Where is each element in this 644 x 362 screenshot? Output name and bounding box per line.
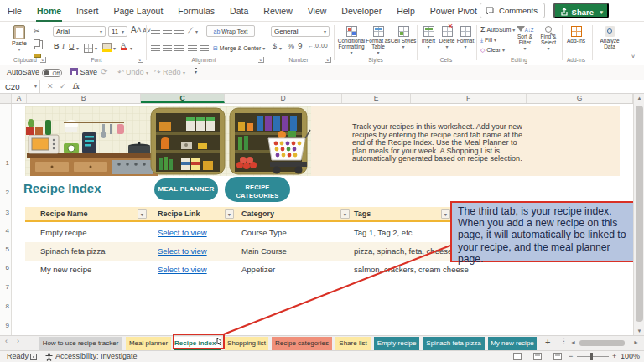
column-header-f[interactable]: F xyxy=(411,94,527,103)
sheet-tab-how-to-use[interactable]: How to use recipe tracker xyxy=(39,337,122,350)
macro-record-icon[interactable] xyxy=(30,354,37,360)
row-header-6[interactable]: 6 xyxy=(6,264,9,272)
prev-sheet-icon[interactable]: ‹ xyxy=(5,337,8,345)
enter-icon[interactable]: ✓ xyxy=(60,82,66,90)
analyze-data-button[interactable]: Analyze Data xyxy=(595,26,624,49)
ribbon-tab-insert[interactable]: Insert xyxy=(69,0,106,22)
redo-button[interactable]: ↷ Redo ▾ xyxy=(154,68,185,76)
name-box-caret[interactable]: ▾ xyxy=(34,80,37,93)
format-cells-button[interactable]: Format▾ xyxy=(456,26,475,50)
merge-center-button[interactable]: ⊟ Merge & Center ▾ xyxy=(213,43,265,54)
autosave-toggle[interactable]: Off xyxy=(42,69,62,77)
add-sheet-button[interactable]: + xyxy=(545,337,550,347)
scroll-up-icon[interactable]: ▲ xyxy=(634,96,644,101)
worksheet-canvas[interactable]: Track your recipes in this worksheet. Ad… xyxy=(12,104,633,335)
accessibility-status[interactable]: Accessibility: Investigate xyxy=(55,352,138,360)
add-ins-button[interactable]: Add-ins xyxy=(564,26,589,44)
filter-icon[interactable]: ▾ xyxy=(225,209,234,219)
meal-planner-button[interactable]: MEAL PLANNER xyxy=(154,178,218,200)
filter-icon[interactable]: ▾ xyxy=(441,209,450,219)
share-button[interactable]: Share▾ xyxy=(553,3,609,18)
ribbon-tab-developer[interactable]: Developer xyxy=(334,0,389,22)
zoom-out-icon[interactable]: − xyxy=(569,352,573,360)
formula-input[interactable] xyxy=(84,80,641,93)
collapse-ribbon-icon[interactable]: ˅ xyxy=(631,54,635,59)
align-bottom-icon[interactable] xyxy=(174,28,184,35)
borders-icon[interactable] xyxy=(84,44,93,53)
number-dialog-launcher[interactable]: ↘ xyxy=(325,57,331,63)
align-right-icon[interactable] xyxy=(174,45,184,53)
recipe-link[interactable]: Select to view xyxy=(158,228,207,237)
ribbon-tab-file[interactable]: File xyxy=(0,0,29,22)
insert-function-icon[interactable]: fx xyxy=(72,82,79,90)
delete-cells-button[interactable]: Delete▾ xyxy=(438,26,456,50)
recipe-categories-button[interactable]: RECIPE CATEGORIES xyxy=(225,177,290,202)
underline-caret[interactable]: ▾ xyxy=(76,45,79,51)
save-button[interactable]: Save xyxy=(70,68,97,76)
column-header-a[interactable]: A xyxy=(12,94,27,103)
column-header-c[interactable]: C xyxy=(141,94,225,103)
comments-button[interactable]: Comments xyxy=(480,3,545,18)
alignment-dialog-launcher[interactable]: ↘ xyxy=(258,57,264,63)
page-break-view-icon[interactable] xyxy=(553,353,562,360)
sheet-tab-share-list[interactable]: Share list xyxy=(335,337,371,350)
sheet-tab-empty-recipe[interactable]: Empty recipe xyxy=(374,337,419,350)
clipboard-dialog-launcher[interactable]: ↘ xyxy=(40,57,46,63)
name-box[interactable]: C20▾ xyxy=(0,80,40,93)
tab-bar-splitter[interactable]: ⋮ xyxy=(560,337,568,345)
row-header-5[interactable]: 5 xyxy=(6,246,9,253)
grow-font-icon[interactable]: A˄ xyxy=(131,25,142,34)
zoom-slider-track[interactable] xyxy=(577,356,609,357)
vertical-scroll-thumb[interactable] xyxy=(636,106,643,322)
insert-cells-button[interactable]: Insert▾ xyxy=(419,26,438,50)
cancel-icon[interactable]: ✕ xyxy=(47,82,54,90)
scroll-left-icon[interactable]: ◄ xyxy=(570,339,576,345)
comma-style-icon[interactable]: 𝟫 xyxy=(298,42,303,50)
copy-icon[interactable] xyxy=(34,39,40,47)
page-layout-view-icon[interactable] xyxy=(533,353,542,360)
borders-caret[interactable]: ▾ xyxy=(95,45,97,51)
sheet-tab-recipe-categories[interactable]: Recipe categories xyxy=(272,337,332,350)
column-header-b[interactable]: B xyxy=(27,94,141,103)
wrap-text-button[interactable]: ab Wrap Text xyxy=(206,25,255,37)
conditional-formatting-button[interactable]: Conditional Formatting▾ xyxy=(337,26,366,56)
find-select-button[interactable]: Find & Select▾ xyxy=(537,26,560,52)
bold-icon[interactable]: B xyxy=(54,42,60,50)
next-sheet-icon[interactable]: › xyxy=(17,337,19,345)
normal-view-icon[interactable] xyxy=(513,353,522,360)
sheet-tab-spinach-feta-pizza[interactable]: Spinach feta pizza xyxy=(423,337,485,350)
sheet-tab-shopping-list[interactable]: Shopping list xyxy=(225,337,268,350)
column-header-d[interactable]: D xyxy=(225,94,342,103)
accessibility-icon[interactable] xyxy=(45,353,53,361)
align-center-icon[interactable] xyxy=(163,45,172,53)
zoom-slider-thumb[interactable] xyxy=(590,353,593,360)
recipe-link[interactable]: Select to view xyxy=(158,265,207,274)
ribbon-tab-help[interactable]: Help xyxy=(389,0,423,22)
cell-styles-button[interactable]: Cell Styles▾ xyxy=(389,26,418,50)
scroll-down-icon[interactable]: ▼ xyxy=(634,328,644,334)
ribbon-tab-view[interactable]: View xyxy=(300,0,335,22)
orientation-caret[interactable]: ▾ xyxy=(195,28,198,34)
share-dropdown-caret[interactable]: ▾ xyxy=(600,4,603,20)
increase-decimal-icon[interactable]: ←.0 xyxy=(308,43,319,49)
sheet-tab-meal-planner[interactable]: Meal planner xyxy=(126,337,171,350)
underline-icon[interactable]: U xyxy=(69,42,75,50)
ribbon-tab-power-pivot[interactable]: Power Pivot xyxy=(423,0,485,22)
zoom-in-icon[interactable]: + xyxy=(612,352,616,360)
zoom-level[interactable]: 100% xyxy=(621,352,640,360)
row-header-9[interactable]: 9 xyxy=(6,322,9,329)
cut-icon[interactable]: ✂ xyxy=(34,27,40,35)
ribbon-tab-review[interactable]: Review xyxy=(256,0,299,22)
horizontal-scroll-thumb[interactable] xyxy=(579,340,625,346)
ribbon-tab-home[interactable]: Home xyxy=(29,0,69,22)
column-header-e[interactable]: E xyxy=(342,94,411,103)
select-all-corner[interactable] xyxy=(0,94,12,103)
ribbon-tab-data[interactable]: Data xyxy=(222,0,256,22)
font-name-combo[interactable]: Arial▾ xyxy=(53,26,106,37)
row-header-7[interactable]: 7 xyxy=(6,283,9,291)
decrease-decimal-icon[interactable]: .00 xyxy=(319,43,328,49)
horizontal-scrollbar[interactable]: ◄ ► xyxy=(570,339,639,348)
align-top-icon[interactable] xyxy=(151,28,160,35)
percent-icon[interactable]: % xyxy=(288,42,294,50)
italic-icon[interactable]: I xyxy=(62,42,65,50)
